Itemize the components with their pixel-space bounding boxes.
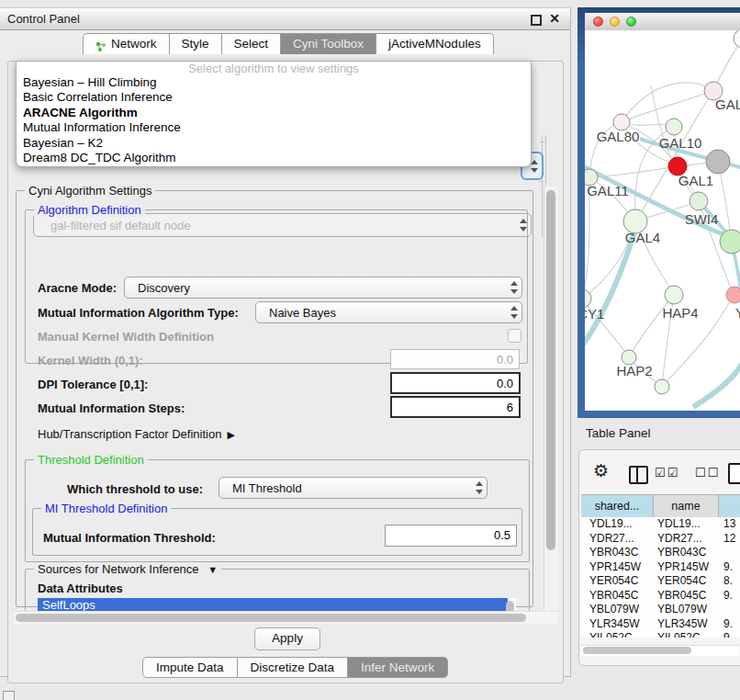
group-title: MI Threshold Definition [41, 502, 171, 515]
tab-style[interactable]: Style [170, 33, 222, 54]
document-icon[interactable] [728, 463, 740, 484]
table-cell: YBR043C [581, 546, 654, 560]
scrollbar-thumb[interactable] [16, 614, 526, 622]
algorithm-option[interactable]: Basic Correlation Inference [17, 90, 531, 105]
table-row[interactable]: YLR345WYLR345W9. [581, 617, 740, 632]
apply-button[interactable]: Apply [254, 627, 320, 650]
checked-boxes-icon[interactable]: ☑☑ [655, 466, 679, 480]
network-node[interactable] [666, 119, 682, 135]
node-label: GAL10 [659, 135, 702, 151]
network-window-titlebar [585, 13, 740, 31]
algorithm-option[interactable]: Bayesian – K2 [17, 136, 531, 151]
column-header-partial[interactable] [719, 495, 740, 517]
dpi-tolerance-field[interactable]: 0.0 [390, 372, 521, 394]
tab-discretize-data[interactable]: Discretize Data [238, 657, 349, 678]
network-thick-edges [585, 139, 740, 407]
network-node[interactable] [690, 192, 708, 210]
control-panel-tabbar: Network Style Select Cyni Toolbox jActiv… [83, 31, 494, 54]
dropdown-placeholder: Select algorithm to view settings [17, 62, 531, 75]
sources-toggle[interactable]: Sources for Network Inference ▼ [34, 562, 221, 576]
tab-infer-network[interactable]: Infer Network [348, 657, 448, 678]
network-view-window[interactable]: GALGAL80GAL10GAL1GAL11SWI4GAL4GCY1HAP4YH… [577, 7, 740, 418]
hub-definition-label: Hub/Transcription Factor Definition [38, 427, 221, 441]
mi-type-combo[interactable]: Naive Bayes [255, 301, 522, 323]
column-header-name[interactable]: name [654, 495, 719, 517]
table-row[interactable]: YIL052CYIL052C9. [581, 631, 740, 638]
column-header-shared-name[interactable]: shared... [581, 495, 654, 517]
close-icon[interactable]: ✕ [549, 11, 560, 26]
settings-vertical-scrollbar[interactable] [544, 186, 558, 622]
table-row[interactable]: YDR27...YDR27...12 [581, 532, 740, 547]
field-value: 0.5 [494, 528, 510, 542]
settings-viewport: Cyni Algorithm Settings Algorithm Defini… [14, 186, 536, 611]
network-node[interactable] [726, 287, 740, 303]
aracne-mode-label: Aracne Mode: [38, 281, 117, 295]
node-label: HAP2 [616, 363, 652, 378]
node-label: SWI4 [685, 211, 719, 227]
tab-cyni-toolbox[interactable]: Cyni Toolbox [281, 33, 376, 54]
network-node[interactable] [720, 230, 740, 254]
settings-horizontal-scrollbar[interactable] [14, 611, 557, 624]
scrollbar-thumb[interactable] [546, 190, 555, 550]
node-label: GAL80 [597, 129, 640, 144]
mi-steps-field[interactable]: 6 [390, 396, 521, 418]
node-label: GCY1 [585, 306, 604, 322]
node-label: Y [735, 305, 740, 321]
split-columns-icon[interactable] [629, 466, 648, 484]
table-cell: YLR345W [654, 617, 719, 632]
network-node[interactable] [734, 30, 740, 48]
tab-select[interactable]: Select [222, 33, 282, 54]
float-window-icon[interactable] [531, 15, 542, 26]
network-node[interactable] [665, 286, 683, 304]
table-row[interactable]: YBR045CYBR045C9. [581, 589, 740, 604]
table-cell: YBR045C [581, 589, 654, 604]
table-row[interactable]: YPR145WYPR145W9. [581, 560, 740, 575]
field-value: 0.0 [497, 377, 513, 390]
table-cell: YER054C [654, 574, 719, 589]
control-panel-window: Control Panel ✕ Network Style Select Cyn… [0, 7, 571, 677]
collapsed-arrow-icon: ▶ [227, 429, 234, 440]
algorithm-dropdown-popup: Select algorithm to view settings Bayesi… [16, 61, 532, 167]
node-label: GAL11 [587, 183, 629, 198]
close-traffic-light-icon[interactable] [593, 17, 603, 27]
tab-jactivemnodules[interactable]: jActiveMNodules [376, 33, 494, 54]
network-node[interactable] [706, 150, 730, 174]
table-cell: YBR045C [654, 589, 719, 604]
table-row[interactable]: YBR043CYBR043C [581, 546, 740, 560]
table-cell: YPR145W [581, 560, 654, 575]
manual-kernel-checkbox[interactable] [508, 329, 521, 343]
gear-icon[interactable]: ⚙ [593, 460, 609, 480]
algorithm-option[interactable]: ARACNE Algorithm [17, 106, 531, 120]
which-threshold-combo[interactable]: MI Threshold [219, 477, 488, 499]
unchecked-boxes-icon[interactable]: ☐☐ [695, 466, 720, 480]
algorithm-option[interactable]: Bayesian – Hill Climbing [17, 75, 531, 90]
hub-definition-toggle[interactable]: Hub/Transcription Factor Definition▶ [38, 427, 235, 441]
table-horizontal-scrollbar[interactable] [581, 645, 739, 656]
table-row[interactable]: YDL19...YDL19...13 [581, 517, 740, 532]
data-attributes-list[interactable]: SelfLoopsTopologicalCoefficientBetweenne… [38, 598, 516, 611]
mi-threshold-field[interactable]: 0.5 [385, 525, 517, 547]
algorithm-option[interactable]: Mutual Information Inference [17, 120, 531, 135]
table-cell: 9. [719, 617, 740, 632]
tab-impute-data[interactable]: Impute Data [142, 657, 238, 678]
tab-network[interactable]: Network [83, 33, 170, 54]
kernel-width-field[interactable]: 0.0 [390, 349, 520, 369]
zoom-traffic-light-icon[interactable] [626, 17, 636, 27]
network-canvas[interactable]: GALGAL80GAL10GAL1GAL11SWI4GAL4GCY1HAP4YH… [585, 30, 740, 411]
attribute-item[interactable]: SelfLoops [38, 598, 508, 611]
table-row[interactable]: YBL079WYBL079W [581, 603, 740, 617]
table-row[interactable]: YER054CYER054C8. [581, 574, 740, 589]
table-cell [719, 603, 740, 617]
algorithm-option[interactable]: Dream8 DC_TDC Algorithm [17, 151, 531, 165]
bottom-left-widget-icon[interactable] [3, 691, 15, 700]
aracne-mode-combo[interactable]: Discovery [124, 277, 522, 299]
table-cell [719, 546, 740, 560]
network-node[interactable] [655, 379, 669, 394]
list-scrollbar[interactable] [506, 601, 514, 611]
field-value: 6 [507, 401, 513, 414]
sources-title: Sources for Network Inference [38, 562, 199, 576]
which-threshold-label: Which threshold to use: [67, 482, 203, 496]
scrollbar-thumb[interactable] [583, 647, 691, 654]
table-cell: YDL19... [581, 517, 654, 532]
minimize-traffic-light-icon[interactable] [610, 17, 620, 27]
